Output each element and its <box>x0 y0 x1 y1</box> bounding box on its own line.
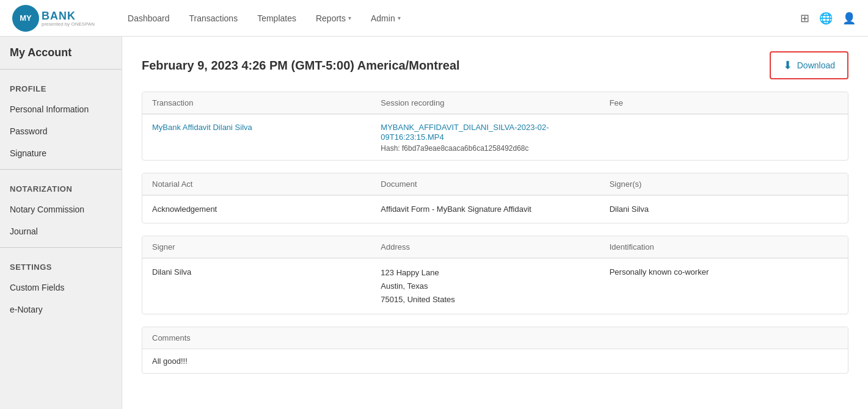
sidebar-divider-top <box>0 69 122 70</box>
identification-cell: Personally known co-worker <box>610 266 838 306</box>
logo-my-text: MY <box>20 13 32 23</box>
comments-body: All good!!! <box>142 349 848 373</box>
session-recording-link[interactable]: MYBANK_AFFIDAVIT_DILANI_SILVA-2023-02-09… <box>381 123 549 142</box>
sidebar-item-notary-commission[interactable]: Notary Commission <box>0 198 122 220</box>
main-content: February 9, 2023 4:26 PM (GMT-5:00) Amer… <box>122 37 868 409</box>
sidebar-item-signature[interactable]: Signature <box>0 142 122 164</box>
logo-sub-text: presented by ONESPAN <box>42 21 95 27</box>
address-col-header: Address <box>381 242 609 252</box>
nav-item-admin[interactable]: Admin ▾ <box>362 9 409 28</box>
transaction-name-cell: MyBank Affidavit Dilani Silva <box>152 122 381 153</box>
address-line2: Austin, Texas <box>381 281 428 291</box>
notarial-act-col-header: Notarial Act <box>152 179 381 189</box>
hash-text: Hash: f6bd7a9eae8caaca6b6ca1258492d68c <box>381 144 609 153</box>
address-cell: 123 Happy Lane Austin, Texas 75015, Unit… <box>381 266 609 306</box>
top-navigation: MY BANK presented by ONESPAN Dashboard T… <box>0 0 868 37</box>
session-recording-cell: MYBANK_AFFIDAVIT_DILANI_SILVA-2023-02-09… <box>381 122 609 153</box>
nav-items: Dashboard Transactions Templates Reports… <box>119 9 409 28</box>
signer-name-cell: Dilani Silva <box>152 266 381 306</box>
download-icon: ⬇ <box>783 59 792 72</box>
user-icon[interactable]: 👤 <box>842 12 856 25</box>
transaction-col-header: Transaction <box>152 98 381 107</box>
logo-bank-text: BANK <box>42 10 76 22</box>
document-cell: Affidavit Form - MyBank Signature Affida… <box>381 203 609 215</box>
download-label: Download <box>797 60 835 70</box>
reports-chevron-icon: ▾ <box>348 15 351 21</box>
fee-cell <box>610 122 838 153</box>
comments-header: Comments <box>142 327 848 349</box>
transaction-header-row: Transaction Session recording Fee <box>142 92 848 114</box>
globe-icon[interactable]: 🌐 <box>819 12 833 25</box>
nav-item-dashboard[interactable]: Dashboard <box>119 9 178 28</box>
sidebar-item-password[interactable]: Password <box>0 120 122 142</box>
identification-col-header: Identification <box>610 242 838 252</box>
comments-section: Comments All good!!! <box>142 327 848 374</box>
notarial-data-row: Acknowledgement Affidavit Form - MyBank … <box>142 195 848 223</box>
notarial-header-row: Notarial Act Document Signer(s) <box>142 173 848 195</box>
nav-item-reports[interactable]: Reports ▾ <box>307 9 360 28</box>
download-button[interactable]: ⬇ Download <box>770 51 848 79</box>
signers-col-header: Signer(s) <box>610 179 838 189</box>
main-layout: My Account PROFILE Personal Information … <box>0 37 868 409</box>
signer-data-row: Dilani Silva 123 Happy Lane Austin, Texa… <box>142 258 848 314</box>
nav-item-templates[interactable]: Templates <box>249 9 305 28</box>
signer-col-header: Signer <box>152 242 381 252</box>
logo-area[interactable]: MY BANK presented by ONESPAN <box>12 5 95 32</box>
page-timestamp: February 9, 2023 4:26 PM (GMT-5:00) Amer… <box>142 59 460 73</box>
nav-item-transactions[interactable]: Transactions <box>181 9 247 28</box>
transaction-data-row: MyBank Affidavit Dilani Silva MYBANK_AFF… <box>142 114 848 160</box>
sidebar-item-custom-fields[interactable]: Custom Fields <box>0 277 122 299</box>
page-title-area: February 9, 2023 4:26 PM (GMT-5:00) Amer… <box>142 51 848 79</box>
signers-cell: Dilani Silva <box>610 203 838 215</box>
signer-section: Signer Address Identification Dilani Sil… <box>142 236 848 314</box>
address-lines: 123 Happy Lane Austin, Texas 75015, Unit… <box>381 266 609 306</box>
notarial-act-cell: Acknowledgement <box>152 203 381 215</box>
sidebar-item-personal-information[interactable]: Personal Information <box>0 98 122 120</box>
sidebar-divider-1 <box>0 169 122 170</box>
session-recording-col-header: Session recording <box>381 98 609 107</box>
sidebar-section-settings: SETTINGS <box>0 253 122 277</box>
sidebar-item-e-notary[interactable]: e-Notary <box>0 299 122 320</box>
fee-col-header: Fee <box>610 98 838 107</box>
address-line1: 123 Happy Lane <box>381 268 439 277</box>
signer-header-row: Signer Address Identification <box>142 236 848 258</box>
notarial-section: Notarial Act Document Signer(s) Acknowle… <box>142 173 848 223</box>
address-line3: 75015, United States <box>381 295 454 304</box>
nav-right-icons: ⊞ 🌐 👤 <box>800 12 856 25</box>
sitemap-icon[interactable]: ⊞ <box>800 12 809 25</box>
logo-circle: MY <box>12 5 39 32</box>
admin-chevron-icon: ▾ <box>398 15 401 21</box>
sidebar: My Account PROFILE Personal Information … <box>0 37 122 409</box>
sidebar-item-journal[interactable]: Journal <box>0 220 122 242</box>
document-col-header: Document <box>381 179 609 189</box>
sidebar-section-notarization: NOTARIZATION <box>0 175 122 198</box>
sidebar-divider-2 <box>0 247 122 248</box>
transaction-link[interactable]: MyBank Affidavit Dilani Silva <box>152 123 252 132</box>
transaction-section: Transaction Session recording Fee MyBank… <box>142 92 848 161</box>
my-account-label: My Account <box>0 37 122 64</box>
sidebar-section-profile: PROFILE <box>0 74 122 98</box>
